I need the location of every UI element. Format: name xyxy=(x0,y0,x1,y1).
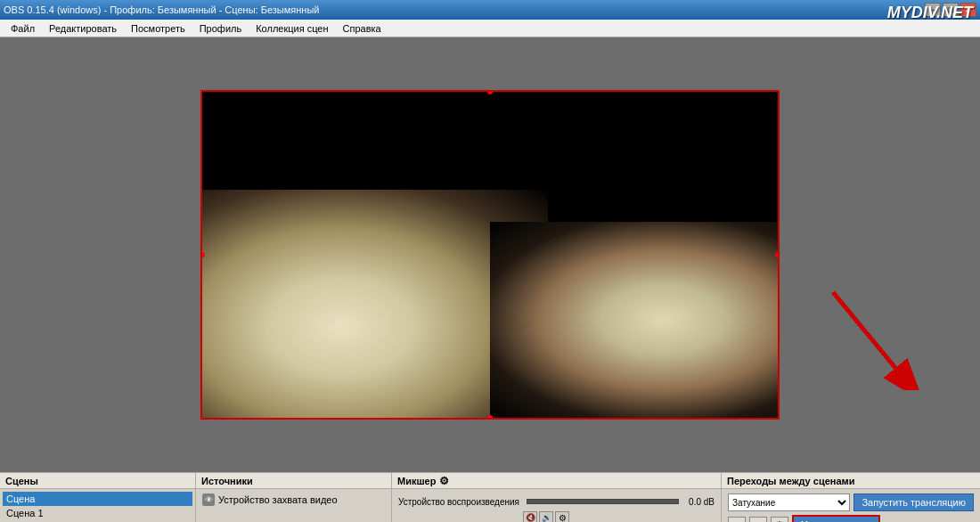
watermark-label: MYDIV.NET xyxy=(887,4,973,22)
mixer-panel-header: Микшер ⚙ xyxy=(392,473,721,489)
transition-remove-button[interactable]: − xyxy=(749,517,767,522)
transitions-panel-body: Затухание Запустить трансляцию + − ⚙ Нач… xyxy=(722,489,980,522)
menu-file[interactable]: Файл xyxy=(4,20,42,37)
scenes-panel-header: Сцены xyxy=(0,473,195,489)
mixer-panel-body: Устройство воспроизведения 0.0 dB 🔇 🔊 ⚙ … xyxy=(392,489,721,522)
transitions-panel: Переходы между сценами Затухание Запусти… xyxy=(722,473,980,522)
video-preview xyxy=(200,90,780,420)
bottom-panels: Сцены Сцена Сцена 1 + − ∧ ∨ Источники 👁 … xyxy=(0,472,980,522)
mixer-label-0: Устройство воспроизведения xyxy=(398,497,523,507)
mixer-mute-btn-0[interactable]: 🔇 xyxy=(523,511,537,522)
menu-view[interactable]: Посмотреть xyxy=(124,20,192,37)
menu-edit[interactable]: Редактировать xyxy=(42,20,124,37)
mixer-header-label: Микшер xyxy=(397,476,436,486)
transition-add-button[interactable]: + xyxy=(728,517,746,522)
sources-panel-body: 👁 Устройство захвата видео xyxy=(196,489,391,522)
transition-type-select[interactable]: Затухание xyxy=(728,493,850,511)
source-label-0: Устройство захвата видео xyxy=(218,494,338,505)
transitions-header-label: Переходы между сценами xyxy=(727,476,854,486)
sources-header-label: Источники xyxy=(201,476,253,486)
scenes-header-label: Сцены xyxy=(5,476,38,486)
mixer-audio-btn-0[interactable]: 🔊 xyxy=(539,511,553,522)
transition-type-row: Затухание Запустить трансляцию xyxy=(724,492,977,513)
preview-marker-bottom xyxy=(487,415,493,420)
mixer-bar-container-0 xyxy=(527,499,679,504)
sources-panel: Источники 👁 Устройство захвата видео ● +… xyxy=(196,473,392,522)
mixer-db-0: 0.0 dB xyxy=(682,497,715,507)
start-record-button[interactable]: Начать запись xyxy=(792,515,880,522)
menubar: Файл Редактировать Посмотреть Профиль Ко… xyxy=(0,20,980,37)
menu-help[interactable]: Справка xyxy=(336,20,388,37)
source-eye-icon: 👁 xyxy=(202,493,215,506)
window-title: OBS 0.15.4 (windows) - Профиль: Безымянн… xyxy=(4,4,319,15)
mixer-gear-icon[interactable]: ⚙ xyxy=(439,475,449,487)
scene-item-0[interactable]: Сцена xyxy=(3,492,192,506)
mixer-panel: Микшер ⚙ Устройство воспроизведения 0.0 … xyxy=(392,473,722,522)
mixer-controls-row-0: 🔇 🔊 ⚙ xyxy=(395,508,718,522)
mixer-volume-controls-0: 🔇 🔊 ⚙ xyxy=(523,511,569,522)
mixer-settings-btn-0[interactable]: ⚙ xyxy=(555,511,569,522)
transitions-panel-header: Переходы между сценами xyxy=(722,473,980,489)
sources-panel-header: Источники xyxy=(196,473,391,489)
scenes-panel: Сцены Сцена Сцена 1 + − ∧ ∨ xyxy=(0,473,196,522)
preview-marker-top xyxy=(487,90,493,94)
titlebar: OBS 0.15.4 (windows) - Профиль: Безымянн… xyxy=(0,0,980,20)
scenes-panel-body: Сцена Сцена 1 xyxy=(0,489,195,522)
transition-config-button[interactable]: ⚙ xyxy=(771,517,788,522)
start-stream-button[interactable]: Запустить трансляцию xyxy=(853,493,974,511)
preview-area xyxy=(0,37,980,472)
source-item-0[interactable]: 👁 Устройство захвата видео xyxy=(199,492,388,508)
preview-video-overlay xyxy=(490,222,778,418)
scene-item-1[interactable]: Сцена 1 xyxy=(3,506,192,520)
transition-controls-row: + − ⚙ Начать запись xyxy=(724,513,977,522)
menu-scene-collection[interactable]: Коллекция сцен xyxy=(249,20,335,37)
preview-marker-right xyxy=(775,252,780,257)
menu-profile[interactable]: Профиль xyxy=(192,20,249,37)
